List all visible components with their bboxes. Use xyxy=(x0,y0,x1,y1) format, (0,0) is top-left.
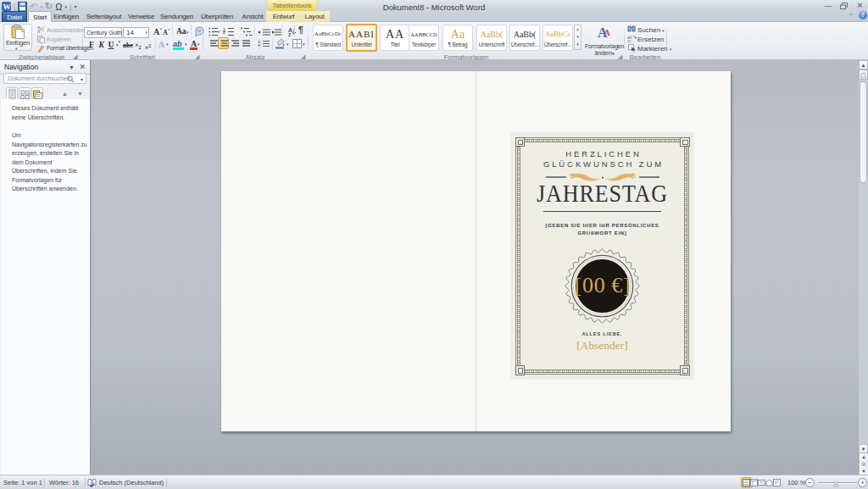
svg-text:A: A xyxy=(604,27,610,37)
svg-text:Z: Z xyxy=(288,32,292,36)
svg-text:ac: ac xyxy=(627,38,632,42)
svg-text:[00 €]: [00 €] xyxy=(575,273,631,297)
